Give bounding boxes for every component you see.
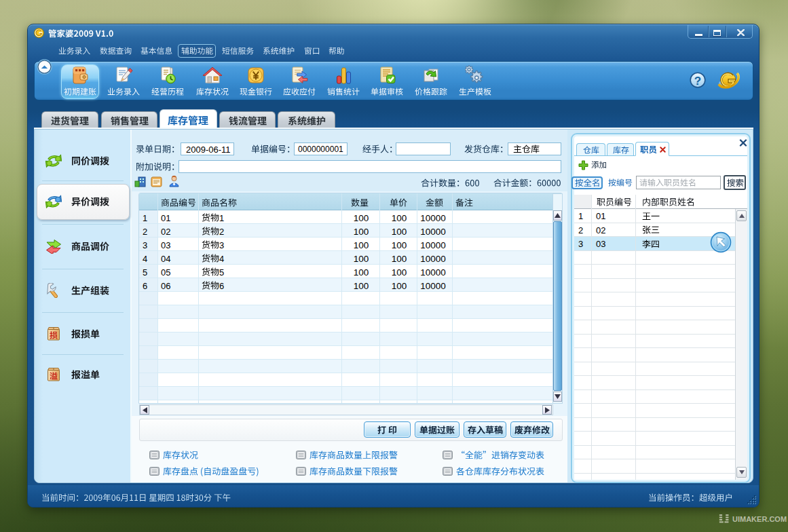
- svg-text:?: ?: [694, 75, 701, 88]
